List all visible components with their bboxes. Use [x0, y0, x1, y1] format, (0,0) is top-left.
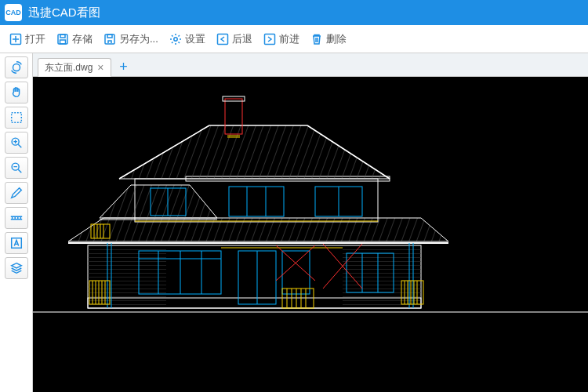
main-toolbar: 打开 存储 另存为... 设置 后退 前进 删除 — [0, 25, 588, 53]
delete-label: 删除 — [326, 32, 347, 46]
svg-point-6 — [174, 37, 177, 40]
svg-point-9 — [13, 64, 20, 71]
svg-rect-4 — [105, 34, 114, 44]
redo-button[interactable]: 前进 — [259, 28, 304, 50]
layers-icon — [9, 261, 24, 275]
region-tool[interactable] — [5, 107, 28, 129]
zoom-in-icon — [9, 136, 24, 150]
save-label: 存储 — [72, 32, 93, 46]
dimension-tool[interactable] — [5, 207, 28, 229]
svg-rect-3 — [60, 40, 66, 44]
content-area: 东立面.dwg × + — [33, 53, 588, 392]
svg-rect-8 — [264, 34, 274, 44]
plus-icon: + — [119, 59, 128, 75]
title-bar: CAD 迅捷CAD看图 — [0, 0, 588, 25]
app-logo-icon: CAD — [5, 4, 22, 21]
new-tab-button[interactable]: + — [114, 57, 133, 76]
zoom-in-tool[interactable] — [5, 132, 28, 154]
svg-rect-5 — [107, 34, 112, 38]
close-icon[interactable]: × — [97, 62, 103, 73]
open-button[interactable]: 打开 — [5, 28, 50, 50]
drawing-canvas[interactable] — [33, 77, 588, 392]
hand-icon — [9, 85, 24, 100]
layers-tool[interactable] — [5, 257, 28, 279]
settings-button[interactable]: 设置 — [165, 28, 210, 50]
plus-box-icon — [9, 33, 22, 45]
cad-drawing — [33, 77, 588, 392]
undo-icon — [216, 33, 229, 45]
orbit-tool[interactable] — [5, 56, 28, 78]
app-title: 迅捷CAD看图 — [28, 5, 100, 20]
save-icon — [56, 33, 69, 45]
saveas-icon — [103, 33, 116, 45]
zoom-out-icon — [9, 161, 24, 175]
text-icon — [9, 236, 24, 250]
redo-icon — [263, 33, 276, 45]
redo-label: 前进 — [279, 32, 299, 46]
saveas-button[interactable]: 另存为... — [99, 28, 163, 50]
svg-rect-2 — [60, 34, 65, 38]
tab-file[interactable]: 东立面.dwg × — [38, 58, 111, 77]
pan-tool[interactable] — [5, 82, 28, 103]
svg-rect-37 — [229, 187, 284, 216]
svg-rect-10 — [11, 113, 21, 123]
undo-label: 后退 — [232, 32, 252, 46]
trash-icon — [310, 33, 323, 45]
gear-icon — [169, 33, 182, 45]
save-button[interactable]: 存储 — [52, 28, 97, 50]
delete-button[interactable]: 删除 — [306, 28, 351, 50]
marquee-icon — [9, 111, 24, 125]
work-area: 东立面.dwg × + — [0, 53, 588, 392]
orbit-icon — [9, 60, 24, 74]
zoom-out-tool[interactable] — [5, 157, 28, 179]
tool-palette — [0, 53, 33, 392]
line-tool[interactable] — [5, 182, 28, 204]
svg-rect-7 — [217, 34, 227, 44]
tab-label: 东立面.dwg — [45, 61, 93, 74]
tab-strip: 东立面.dwg × + — [33, 53, 588, 77]
pencil-icon — [9, 186, 24, 200]
undo-button[interactable]: 后退 — [212, 28, 257, 50]
open-label: 打开 — [25, 32, 45, 46]
svg-marker-29 — [100, 185, 217, 218]
saveas-label: 另存为... — [119, 32, 158, 46]
settings-label: 设置 — [185, 32, 205, 46]
text-tool[interactable] — [5, 232, 28, 254]
ruler-icon — [9, 211, 24, 225]
